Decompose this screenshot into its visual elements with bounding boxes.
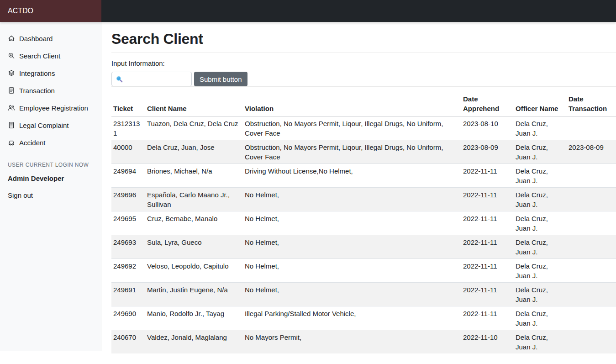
sidebar-item-label: Accident [19, 138, 46, 148]
submit-button[interactable]: Submit button [194, 72, 247, 86]
violation-cell: No Helmet, [243, 211, 461, 235]
ticket-cell: 240670 [111, 330, 145, 354]
client-name-cell: Cruz, Bernabe, Manalo [145, 211, 243, 235]
sidebar-item-transaction[interactable]: Transaction [0, 82, 101, 99]
date-apprehend-cell: 2022-11-11 [461, 164, 514, 188]
date-transaction-cell [567, 283, 616, 306]
client-name-cell: Española, Carlo Maano Jr., Sullivan [145, 188, 243, 211]
sidebar-item-label: Search Client [19, 51, 60, 61]
ticket-cell: 249695 [111, 211, 145, 235]
sidebar-nav: Dashboard Search Client Integrations Tra… [0, 22, 101, 151]
car-icon [8, 139, 15, 146]
house-icon [8, 35, 15, 42]
officer-name-cell: Dela Cruz, Juan J. [514, 140, 567, 164]
sidebar-item-label: Dashboard [19, 34, 53, 43]
violation-cell: No Helmet, [243, 235, 461, 259]
main-content: Search Client Input Information: Submit … [101, 22, 616, 364]
table-body: 23123131 Tuazon, Dela Cruz, Dela Cruz Ob… [111, 116, 616, 354]
sidebar-item-integrations[interactable]: Integrations [0, 64, 101, 82]
date-apprehend-cell: 2022-11-10 [461, 330, 514, 354]
date-apprehend-cell: 2022-11-11 [461, 259, 514, 283]
date-transaction-cell [567, 235, 616, 259]
date-transaction-cell [567, 211, 616, 235]
table-row: 249694 Briones, Michael, N/a Driving Wit… [111, 164, 616, 188]
table-row: 40000 Dela Cruz, Juan, Jose Obstruction,… [111, 140, 616, 164]
client-name-cell: Dela Cruz, Juan, Jose [145, 140, 243, 164]
journal-icon [8, 87, 15, 94]
ticket-cell: 40000 [111, 140, 145, 164]
current-login-section-label: USER CURRENT LOGIN NOW [0, 161, 101, 169]
date-apprehend-cell: 2022-11-11 [461, 306, 514, 330]
client-name-cell: Valdez, Jonald, Maglalang [145, 330, 243, 354]
table-row: 249696 Española, Carlo Maano Jr., Sulliv… [111, 188, 616, 211]
table-header: Ticket Client Name Violation Date Appreh… [111, 92, 616, 116]
sidebar-item-label: Integrations [19, 69, 55, 78]
date-transaction-cell [567, 116, 616, 140]
sidebar-item-search-client[interactable]: Search Client [0, 47, 101, 64]
table-row: 249691 Martin, Justin Eugene, N/a No Hel… [111, 283, 616, 306]
sidebar-item-employee-registration[interactable]: Employee Registration [0, 99, 101, 116]
input-information-label: Input Information: [111, 58, 616, 68]
officer-name-cell: Dela Cruz, Juan J. [514, 306, 567, 330]
violation-cell: Illegal Parking/Stalled Motor Vehicle, [243, 306, 461, 330]
date-transaction-cell [567, 164, 616, 188]
table-row: 249695 Cruz, Bernabe, Manalo No Helmet, … [111, 211, 616, 235]
column-header-ticket: Ticket [111, 92, 145, 116]
date-transaction-cell [567, 188, 616, 211]
sidebar: Dashboard Search Client Integrations Tra… [0, 22, 101, 351]
date-apprehend-cell: 2022-11-11 [461, 211, 514, 235]
violation-cell: No Helmet, [243, 283, 461, 306]
officer-name-cell: Dela Cruz, Juan J. [514, 164, 567, 188]
search-input-wrapper [111, 72, 192, 86]
divider [111, 86, 616, 87]
date-transaction-cell [567, 330, 616, 354]
layers-icon [8, 69, 15, 77]
violation-cell: No Helmet, [243, 188, 461, 211]
officer-name-cell: Dela Cruz, Juan J. [514, 235, 567, 259]
date-apprehend-cell: 2023-08-09 [461, 140, 514, 164]
sign-out-link[interactable]: Sign out [0, 190, 101, 200]
sidebar-item-accident[interactable]: Accident [0, 134, 101, 151]
table-row: 23123131 Tuazon, Dela Cruz, Dela Cruz Ob… [111, 116, 616, 140]
sidebar-item-label: Legal Complaint [19, 121, 68, 130]
search-form: Submit button [111, 72, 616, 86]
violation-cell: Obstruction, No Mayors Permit, Liqour, I… [243, 116, 461, 140]
search-input[interactable] [112, 72, 191, 86]
ticket-cell: 249694 [111, 164, 145, 188]
date-transaction-cell [567, 259, 616, 283]
divider [111, 53, 616, 53]
date-apprehend-cell: 2023-08-10 [461, 116, 514, 140]
ticket-cell: 249690 [111, 306, 145, 330]
date-apprehend-cell: 2022-11-11 [461, 235, 514, 259]
sidebar-item-label: Employee Registration [19, 103, 88, 113]
ticket-cell: 23123131 [111, 116, 145, 140]
officer-name-cell: Dela Cruz, Juan J. [514, 211, 567, 235]
client-name-cell: Tuazon, Dela Cruz, Dela Cruz [145, 116, 243, 140]
sidebar-item-dashboard[interactable]: Dashboard [0, 30, 101, 47]
page-title: Search Client [111, 30, 616, 47]
app-logo[interactable]: ACTDO [0, 0, 101, 22]
sidebar-item-label: Transaction [19, 86, 55, 95]
column-header-officer-name: Officer Name [514, 92, 567, 116]
ticket-cell: 249692 [111, 259, 145, 283]
people-icon [8, 104, 15, 111]
table-row: 249690 Manio, Rodolfo Jr., Tayag Illegal… [111, 306, 616, 330]
current-user-name: Admin Developer [0, 174, 101, 183]
officer-name-cell: Dela Cruz, Juan J. [514, 259, 567, 283]
top-navbar: ACTDO [0, 0, 616, 22]
client-name-cell: Veloso, Leopoldo, Capitulo [145, 259, 243, 283]
search-icon [8, 52, 15, 59]
date-transaction-cell [567, 306, 616, 330]
sidebar-item-legal-complaint[interactable]: Legal Complaint [0, 116, 101, 134]
column-header-client-name: Client Name [145, 92, 243, 116]
table-row: 249693 Sula, Lyra, Gueco No Helmet, 2022… [111, 235, 616, 259]
officer-name-cell: Dela Cruz, Juan J. [514, 188, 567, 211]
violation-cell: No Helmet, [243, 259, 461, 283]
violation-cell: Driving Without License,No Helmet, [243, 164, 461, 188]
table-row: 249692 Veloso, Leopoldo, Capitulo No Hel… [111, 259, 616, 283]
officer-name-cell: Dela Cruz, Juan J. [514, 330, 567, 354]
date-apprehend-cell: 2022-11-11 [461, 283, 514, 306]
navbar-spacer [101, 0, 616, 22]
column-header-violation: Violation [243, 92, 461, 116]
violation-cell: No Mayors Permit, [243, 330, 461, 354]
